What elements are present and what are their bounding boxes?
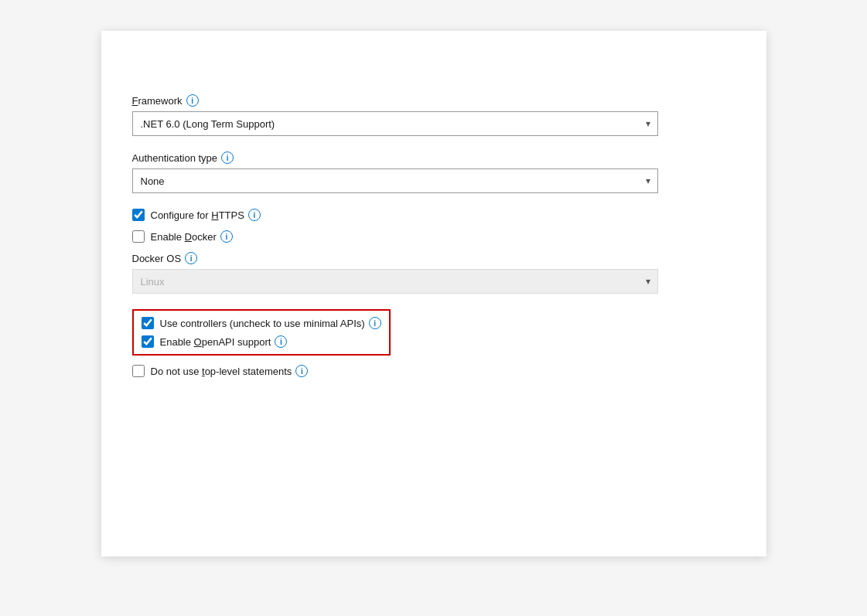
additional-information-dialog: Framework i .NET 6.0 (Long Term Support)… — [101, 31, 766, 556]
enable-openapi-info-icon[interactable]: i — [275, 335, 287, 348]
framework-label: Framework i — [132, 94, 736, 107]
auth-label: Authentication type i — [132, 151, 736, 164]
framework-info-icon[interactable]: i — [186, 94, 199, 107]
use-controllers-info-icon[interactable]: i — [369, 317, 381, 329]
enable-openapi-checkbox[interactable] — [142, 335, 154, 348]
enable-openapi-row: Enable OpenAPI support i — [142, 335, 381, 348]
framework-dropdown-wrapper: .NET 6.0 (Long Term Support).NET 7.0.NET… — [132, 111, 658, 136]
enable-docker-label: Enable Docker i — [151, 230, 233, 243]
auth-dropdown-container: NoneIndividual AccountsMicrosoft Identit… — [132, 168, 736, 193]
use-controllers-label: Use controllers (uncheck to use minimal … — [160, 317, 381, 329]
top-level-statements-label: Do not use top-level statements i — [151, 365, 309, 377]
top-level-statements-checkbox[interactable] — [132, 365, 145, 377]
framework-dropdown[interactable]: .NET 6.0 (Long Term Support).NET 7.0.NET… — [132, 111, 658, 136]
highlighted-options-box: Use controllers (uncheck to use minimal … — [132, 309, 391, 356]
use-controllers-row: Use controllers (uncheck to use minimal … — [142, 317, 381, 329]
configure-https-checkbox[interactable] — [132, 209, 145, 221]
auth-dropdown[interactable]: NoneIndividual AccountsMicrosoft Identit… — [132, 168, 658, 193]
docker-os-info-icon[interactable]: i — [185, 252, 197, 264]
docker-os-dropdown[interactable]: LinuxWindows — [132, 269, 658, 294]
enable-docker-info-icon[interactable]: i — [220, 230, 233, 243]
auth-dropdown-wrapper: NoneIndividual AccountsMicrosoft Identit… — [132, 168, 658, 193]
configure-https-label: Configure for HTTPS i — [151, 209, 261, 221]
docker-os-dropdown-container: LinuxWindows — [132, 269, 736, 294]
auth-info-icon[interactable]: i — [221, 151, 234, 164]
docker-os-dropdown-wrapper: LinuxWindows — [132, 269, 658, 294]
framework-dropdown-container: .NET 6.0 (Long Term Support).NET 7.0.NET… — [132, 111, 736, 136]
top-level-statements-info-icon[interactable]: i — [295, 365, 308, 377]
docker-os-label: Docker OS i — [132, 252, 736, 264]
enable-openapi-label: Enable OpenAPI support i — [160, 335, 288, 348]
enable-docker-row: Enable Docker i — [132, 230, 736, 243]
configure-https-info-icon[interactable]: i — [248, 209, 261, 221]
use-controllers-checkbox[interactable] — [142, 317, 154, 329]
enable-docker-checkbox[interactable] — [132, 230, 145, 243]
configure-https-row: Configure for HTTPS i — [132, 209, 736, 221]
top-level-statements-row: Do not use top-level statements i — [132, 365, 736, 377]
